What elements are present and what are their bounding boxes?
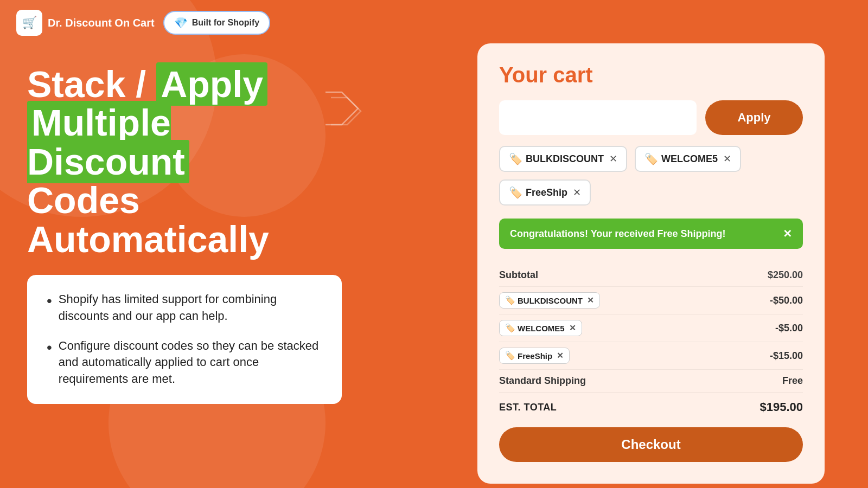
summary-discount-remove-2[interactable]: ✕ <box>557 351 564 361</box>
coupon-code-2: FreeShip <box>526 187 567 198</box>
brand-name: Dr. Discount On Cart <box>48 17 155 29</box>
shopify-badge-text: Built for Shopify <box>192 18 259 28</box>
coupon-tag-2: 🏷️ FreeShip ✕ <box>499 179 591 206</box>
headline-line1-pre: Stack / <box>27 63 146 105</box>
summary-discount-amount-0: -$50.00 <box>770 295 803 306</box>
coupon-tag-0: 🏷️ BULKDISCOUNT ✕ <box>499 146 627 172</box>
discount-code-input[interactable] <box>499 100 697 135</box>
subtotal-value: $250.00 <box>768 269 803 281</box>
summary-discount-code-2: FreeShip <box>518 351 552 361</box>
cart-title: Your cart <box>499 63 803 87</box>
coupon-icon-0: 🏷️ <box>509 152 522 165</box>
free-shipping-banner: Congratulations! Your received Free Ship… <box>499 219 803 249</box>
summary-discount-tag-2: 🏷️ FreeShip ✕ <box>499 348 570 364</box>
headline-line1-highlight: Apply <box>156 62 267 106</box>
summary-discount-amount-2: -$15.00 <box>770 350 803 362</box>
headline-line3: Codes Automatically <box>27 181 342 259</box>
total-row: EST. TOTAL $195.00 <box>499 393 803 425</box>
coupon-tags-row: 🏷️ BULKDISCOUNT ✕ 🏷️ WELCOME5 ✕ 🏷️ FreeS… <box>499 146 803 206</box>
summary-discount-amount-1: -$5.00 <box>775 323 803 334</box>
arrow-decor-left <box>320 87 363 130</box>
shopify-badge-icon: 💎 <box>174 16 188 29</box>
shopify-badge: 💎 Built for Shopify <box>163 11 270 35</box>
cart-panel: Your cart Apply 🏷️ BULKDISCOUNT ✕ 🏷️ WEL… <box>477 43 825 484</box>
header: 🛒 Dr. Discount On Cart 💎 Built for Shopi… <box>16 10 270 36</box>
summary-discount-code-0: BULKDISCOUNT <box>518 296 583 305</box>
bullet-dot-2: • <box>47 337 52 358</box>
summary-discount-icon-2: 🏷️ <box>505 351 515 361</box>
coupon-icon-1: 🏷️ <box>644 152 658 165</box>
free-shipping-text: Congratulations! Your received Free Ship… <box>510 228 725 240</box>
summary-discount-remove-0[interactable]: ✕ <box>587 296 594 305</box>
summary-shipping-row: Standard Shipping Free <box>499 370 803 393</box>
subtotal-label: Subtotal <box>499 269 538 281</box>
summary-discount-2-row: 🏷️ FreeShip ✕ -$15.00 <box>499 342 803 370</box>
summary-discount-1-row: 🏷️ WELCOME5 ✕ -$5.00 <box>499 314 803 342</box>
left-content: Stack / Apply Multiple Discount Codes Au… <box>27 65 342 404</box>
bullet-box: • Shopify has limited support for combin… <box>27 275 342 404</box>
coupon-icon-2: 🏷️ <box>509 186 522 199</box>
coupon-remove-2[interactable]: ✕ <box>573 187 581 198</box>
summary-discount-remove-1[interactable]: ✕ <box>569 323 576 333</box>
summary-discount-tag-0: 🏷️ BULKDISCOUNT ✕ <box>499 292 600 309</box>
summary-discount-code-1: WELCOME5 <box>518 324 565 333</box>
free-shipping-close[interactable]: ✕ <box>783 227 792 240</box>
shipping-label: Standard Shipping <box>499 375 586 387</box>
summary-discount-0-row: 🏷️ BULKDISCOUNT ✕ -$50.00 <box>499 287 803 314</box>
coupon-code-1: WELCOME5 <box>661 153 718 165</box>
summary-discount-tag-1: 🏷️ WELCOME5 ✕ <box>499 320 582 336</box>
summary-discount-icon-1: 🏷️ <box>505 323 515 333</box>
logo-area: 🛒 Dr. Discount On Cart <box>16 10 155 36</box>
total-label: EST. TOTAL <box>499 402 557 413</box>
bullet-text-2: Configure discount codes so they can be … <box>59 338 322 388</box>
headline: Stack / Apply Multiple Discount Codes Au… <box>27 65 342 259</box>
coupon-remove-1[interactable]: ✕ <box>723 153 731 165</box>
discount-input-row: Apply <box>499 100 803 135</box>
bullet-item-1: • Shopify has limited support for combin… <box>47 291 322 325</box>
shipping-value: Free <box>782 375 803 387</box>
headline-line2-highlight: Multiple Discount <box>27 101 189 183</box>
bullet-item-2: • Configure discount codes so they can b… <box>47 338 322 388</box>
total-value: $195.00 <box>760 400 803 414</box>
bullet-dot-1: • <box>47 290 52 311</box>
coupon-remove-0[interactable]: ✕ <box>609 153 617 165</box>
summary-discount-icon-0: 🏷️ <box>505 296 515 305</box>
checkout-button[interactable]: Checkout <box>499 427 803 462</box>
bullet-text-1: Shopify has limited support for combinin… <box>59 291 322 325</box>
summary-subtotal-row: Subtotal $250.00 <box>499 264 803 287</box>
apply-button[interactable]: Apply <box>705 100 803 135</box>
logo-icon: 🛒 <box>16 10 42 36</box>
headline-line2: Multiple Discount <box>27 104 342 181</box>
coupon-tag-1: 🏷️ WELCOME5 ✕ <box>635 146 741 172</box>
coupon-code-0: BULKDISCOUNT <box>526 153 604 165</box>
headline-line1: Stack / Apply <box>27 65 342 104</box>
